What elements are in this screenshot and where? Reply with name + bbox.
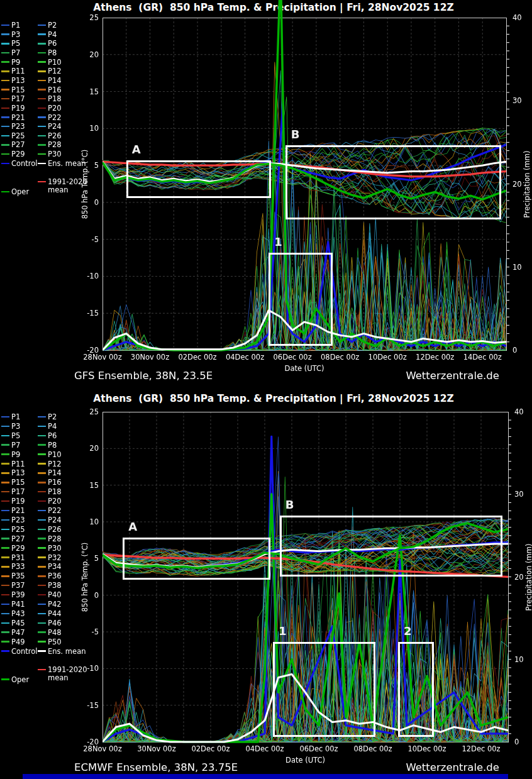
legend-item: P50 (38, 638, 62, 646)
legend-item: P6 (38, 39, 57, 48)
legend-label: P11 (11, 67, 25, 75)
legend-item: P5 (1, 431, 20, 440)
legend-label: P43 (11, 609, 25, 618)
member-line-swatch (1, 116, 9, 118)
member-line-swatch (1, 566, 9, 568)
legend-item: P3 (1, 422, 20, 431)
legend-label: P7 (11, 48, 20, 57)
legend-item: P29 (1, 150, 25, 158)
legend-item: P9 (1, 450, 20, 459)
legend-item: P13 (1, 76, 25, 85)
member-line-swatch (38, 33, 46, 35)
member-line-swatch (1, 52, 9, 54)
legend-item: P26 (38, 525, 62, 534)
member-line-swatch (1, 126, 9, 128)
date-axis-tick: 08Dec 00z (321, 353, 359, 362)
legend-swatch (38, 181, 46, 183)
legend-item: P40 (38, 590, 62, 599)
branding: Wetterzentrale.de (406, 370, 499, 382)
legend-item: P27 (1, 140, 25, 149)
legend-label: P26 (48, 131, 62, 140)
legend-label: P13 (11, 76, 25, 85)
y-axis-label-temp: 850 hPa Temp. (°C) (80, 542, 89, 612)
annotation-label-A: A (128, 520, 137, 533)
member-line-swatch (1, 435, 9, 437)
legend-item: P43 (1, 609, 25, 618)
member-line-swatch (1, 98, 9, 100)
date-axis-tick: 30Nov 00z (131, 353, 169, 362)
member-line-swatch (1, 453, 9, 455)
member-line-swatch (1, 153, 9, 155)
legend-item: P3 (1, 30, 20, 39)
temp-axis-tick: 15 (74, 481, 99, 490)
legend-item: P19 (1, 104, 25, 113)
legend-label: P47 (11, 628, 25, 637)
legend-item: P20 (38, 497, 62, 506)
legend-label: P14 (48, 468, 62, 477)
legend-label: P39 (11, 590, 25, 599)
panel-gfs: Athens (GR) 850 hPa Temp. & Precipitatio… (0, 0, 532, 390)
date-axis-tick: 04Dec 00z (226, 353, 264, 362)
legend-item: P32 (38, 553, 62, 562)
legend-item: P15 (1, 478, 25, 487)
member-line-swatch (38, 482, 46, 483)
member-line-swatch (1, 631, 9, 633)
member-line-swatch (38, 556, 46, 558)
temp-axis-tick: 25 (74, 13, 99, 22)
legend-label: P10 (48, 450, 62, 459)
legend-item: P4 (38, 422, 57, 431)
legend-label: P3 (11, 422, 20, 431)
legend-item: P4 (38, 30, 57, 39)
legend-item: P18 (38, 487, 62, 496)
legend-item: P30 (38, 150, 62, 158)
legend-label: P25 (11, 131, 25, 140)
legend-item: P23 (1, 516, 25, 524)
legend-item: P21 (1, 113, 25, 122)
legend-label: P16 (48, 86, 62, 94)
legend-label: P31 (11, 553, 25, 562)
legend-item: P29 (1, 544, 25, 553)
member-line-swatch (1, 463, 9, 465)
legend-label: P22 (48, 113, 62, 122)
legend-item: P22 (38, 113, 62, 122)
y-axis-label-precip: Precipitation (mm) (523, 150, 531, 218)
member-line-swatch (38, 641, 46, 643)
legend-item: P13 (1, 468, 25, 477)
legend-item: P2 (38, 21, 57, 30)
temp-axis-tick: -5 (74, 627, 99, 636)
legend-item: P8 (38, 48, 57, 57)
date-axis-tick: 12Dec 00z (416, 353, 454, 362)
annotation-label-B: B (291, 128, 300, 141)
legend-item: P49 (1, 638, 25, 646)
temp-axis-tick: 15 (74, 87, 99, 96)
legend-item: P5 (1, 39, 20, 48)
date-axis-tick: 28Nov 00z (83, 744, 121, 753)
legend-label: P15 (11, 478, 25, 487)
date-axis-tick: 10Dec 00z (407, 744, 446, 753)
legend-label: P26 (48, 525, 62, 534)
member-line-swatch (1, 426, 9, 428)
legend-label: P42 (48, 600, 62, 609)
legend-label: P41 (11, 600, 25, 609)
member-line-swatch (1, 585, 9, 587)
temp-axis-tick: -5 (74, 235, 99, 244)
legend-item: P24 (38, 516, 62, 524)
member-line-swatch (38, 25, 46, 26)
legend-label: P32 (48, 553, 62, 562)
meteogram-page: Athens (GR) 850 hPa Temp. & Precipitatio… (0, 0, 532, 779)
legend-label: P35 (11, 572, 25, 580)
legend-label: P22 (48, 506, 62, 515)
legend-item: P33 (1, 562, 25, 571)
member-line-swatch (1, 622, 9, 624)
legend-item: P35 (1, 572, 25, 580)
legend-item: P17 (1, 487, 25, 496)
annotation-box-1 (273, 642, 375, 737)
legend-label: P18 (48, 487, 62, 496)
legend-label: P38 (48, 581, 62, 590)
legend-label: P15 (11, 86, 25, 94)
member-line-swatch (38, 529, 46, 531)
member-line-swatch (38, 566, 46, 568)
legend-item: P44 (38, 609, 62, 618)
legend-item: P42 (38, 600, 62, 609)
legend-swatch (1, 163, 9, 165)
